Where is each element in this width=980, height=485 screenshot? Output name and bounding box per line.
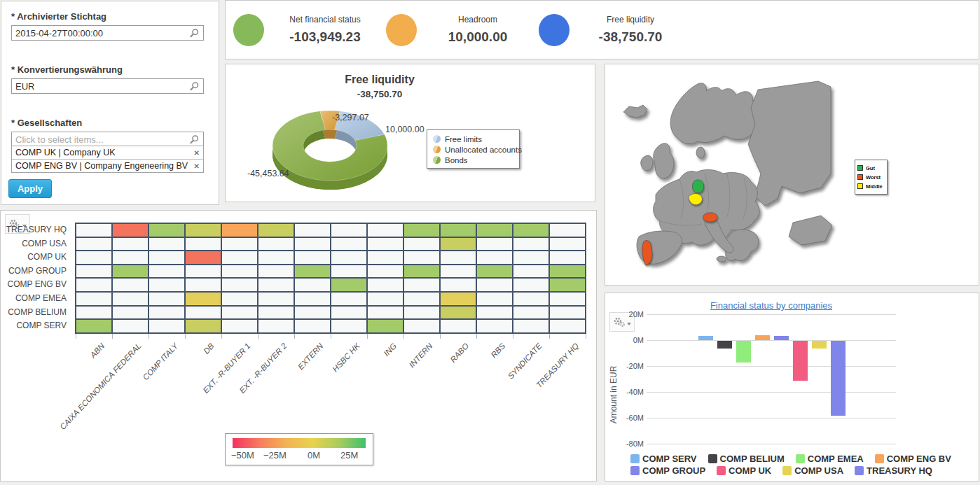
heatmap-cell[interactable] [404, 320, 439, 332]
heatmap-cell[interactable] [76, 307, 111, 319]
heatmap-cell[interactable] [368, 320, 403, 332]
heatmap-cell[interactable] [404, 293, 439, 305]
heatmap-cell[interactable] [295, 320, 330, 332]
heatmap-cell[interactable] [331, 238, 366, 251]
archived-date-input[interactable]: 2015-04-27T00:00:00 [11, 25, 204, 41]
heatmap-cell[interactable] [513, 251, 548, 264]
heatmap-cell[interactable] [113, 307, 148, 319]
heatmap-cell[interactable] [550, 224, 585, 237]
bar-legend-item[interactable]: COMP BELIUM [708, 454, 796, 464]
heatmap-cell[interactable] [441, 307, 476, 319]
heatmap-cell[interactable] [258, 307, 294, 319]
bar-comp-group[interactable] [774, 336, 789, 340]
heatmap-cell[interactable] [331, 251, 366, 264]
heatmap-cell[interactable] [331, 279, 366, 291]
heatmap-cell[interactable] [477, 279, 512, 291]
conversion-currency-input[interactable]: EUR [11, 78, 204, 94]
heatmap-cell[interactable] [113, 251, 148, 264]
bar-legend-item[interactable]: COMP ENG BV [875, 454, 962, 464]
heatmap-cell[interactable] [295, 265, 330, 278]
heatmap-cell[interactable] [222, 279, 257, 291]
bar-chart-title-link[interactable]: Financial status by companies [647, 300, 896, 311]
heatmap-cell[interactable] [222, 320, 257, 332]
heatmap-cell[interactable] [149, 265, 184, 278]
donut-legend-item[interactable]: Free limits [433, 134, 519, 144]
search-icon[interactable] [189, 134, 200, 145]
donut-legend-item[interactable]: Bonds [433, 155, 519, 165]
heatmap-cell[interactable] [113, 279, 148, 291]
heatmap-cell[interactable] [513, 293, 548, 305]
heatmap-cell[interactable] [477, 265, 512, 278]
bar-legend-item[interactable]: COMP SERV [630, 454, 708, 464]
heatmap-cell[interactable] [76, 224, 111, 237]
heatmap-cell[interactable] [513, 224, 548, 237]
heatmap-cell[interactable] [258, 251, 294, 264]
bar-legend-item[interactable]: COMP USA [782, 465, 855, 476]
heatmap-cell[interactable] [295, 224, 330, 237]
heatmap-cell[interactable] [368, 224, 403, 237]
bar-legend-item[interactable]: COMP EMEA [796, 454, 875, 464]
heatmap-cell[interactable] [331, 293, 366, 305]
selected-company-item[interactable]: COMP ENG BV | Company Engeneering BV ✕ [12, 160, 203, 173]
heatmap-cell[interactable] [258, 224, 294, 237]
heatmap-cell[interactable] [550, 279, 585, 291]
heatmap-cell[interactable] [550, 238, 585, 251]
heatmap-cell[interactable] [113, 320, 148, 332]
heatmap-cell[interactable] [513, 238, 548, 251]
bar-legend-item[interactable]: COMP UK [717, 465, 782, 476]
companies-select-input[interactable]: Click to select items... [11, 132, 204, 147]
heatmap-cell[interactable] [477, 307, 512, 319]
heatmap-cell[interactable] [186, 265, 221, 278]
heatmap-cell[interactable] [186, 238, 221, 251]
heatmap-cell[interactable] [441, 279, 476, 291]
heatmap-cell[interactable] [76, 251, 111, 264]
bar-comp-usa[interactable] [812, 341, 827, 349]
heatmap-cell[interactable] [368, 251, 403, 264]
heatmap-cell[interactable] [513, 320, 548, 332]
heatmap-cell[interactable] [149, 251, 184, 264]
heatmap-cell[interactable] [404, 251, 439, 264]
search-icon[interactable] [189, 28, 200, 38]
heatmap-cell[interactable] [149, 279, 184, 291]
bar-comp-belium[interactable] [717, 341, 732, 349]
heatmap-cell[interactable] [368, 265, 403, 278]
heatmap-cell[interactable] [331, 265, 366, 278]
bar-comp-serv[interactable] [698, 336, 713, 340]
heatmap-cell[interactable] [477, 224, 512, 237]
heatmap-cell[interactable] [477, 320, 512, 332]
heatmap-cell[interactable] [76, 279, 111, 291]
heatmap-cell[interactable] [513, 307, 548, 319]
heatmap-cell[interactable] [550, 265, 585, 278]
heatmap-cell[interactable] [222, 224, 257, 237]
heatmap-cell[interactable] [513, 279, 548, 291]
heatmap-cell[interactable] [186, 307, 221, 319]
country-netherlands[interactable] [692, 180, 703, 193]
heatmap-cell[interactable] [113, 238, 148, 251]
heatmap-cell[interactable] [113, 293, 148, 305]
heatmap-cell[interactable] [404, 238, 439, 251]
search-icon[interactable] [189, 81, 200, 92]
heatmap-cell[interactable] [550, 320, 585, 332]
heatmap-cell[interactable] [222, 293, 257, 305]
heatmap-cell[interactable] [186, 293, 221, 305]
heatmap-cell[interactable] [222, 238, 257, 251]
donut-legend-item[interactable]: Unallocated accounts [433, 144, 519, 155]
heatmap-cell[interactable] [550, 307, 585, 319]
heatmap-cell[interactable] [76, 293, 111, 305]
heatmap-cell[interactable] [258, 320, 294, 332]
country-switzerland[interactable] [703, 213, 717, 222]
bar-legend-item[interactable]: TREASURY HQ [855, 465, 944, 476]
heatmap-cell[interactable] [550, 293, 585, 305]
heatmap-cell[interactable] [441, 265, 476, 278]
heatmap-cell[interactable] [295, 251, 330, 264]
heatmap-cell[interactable] [222, 307, 257, 319]
heatmap-cell[interactable] [477, 251, 512, 264]
heatmap-cell[interactable] [331, 307, 366, 319]
heatmap-cell[interactable] [295, 238, 330, 251]
heatmap-cell[interactable] [186, 251, 221, 264]
heatmap-cell[interactable] [368, 293, 403, 305]
bar-comp-emea[interactable] [736, 341, 751, 363]
heatmap-cell[interactable] [222, 265, 257, 278]
heatmap-cell[interactable] [149, 320, 184, 332]
heatmap-cell[interactable] [76, 265, 111, 278]
